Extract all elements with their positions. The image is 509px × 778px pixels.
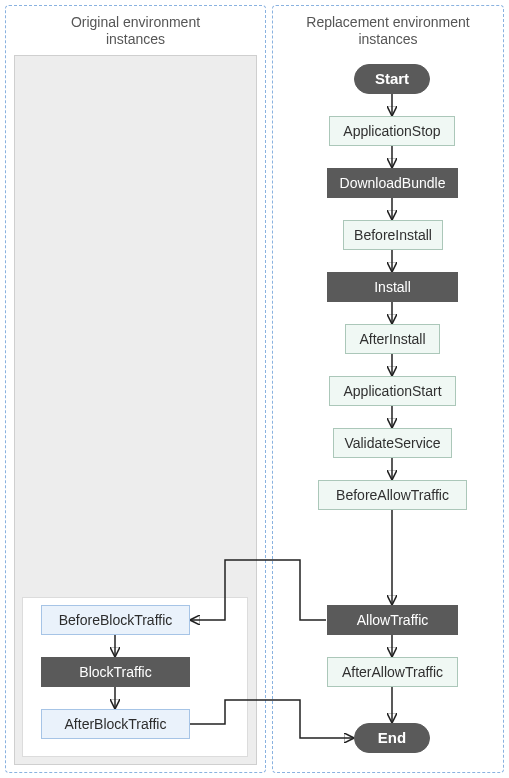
panel-replacement-title: Replacement environmentinstances (273, 6, 503, 48)
node-after-allow-traffic: AfterAllowTraffic (327, 657, 458, 687)
panel-original-title: Original environmentinstances (6, 6, 265, 48)
node-allow-traffic: AllowTraffic (327, 605, 458, 635)
node-after-install: AfterInstall (345, 324, 440, 354)
node-application-start: ApplicationStart (329, 376, 456, 406)
node-after-block-traffic: AfterBlockTraffic (41, 709, 190, 739)
node-before-install: BeforeInstall (343, 220, 443, 250)
node-install: Install (327, 272, 458, 302)
node-before-allow-traffic: BeforeAllowTraffic (318, 480, 467, 510)
node-validate-service: ValidateService (333, 428, 452, 458)
node-block-traffic: BlockTraffic (41, 657, 190, 687)
node-start: Start (354, 64, 430, 94)
node-before-block-traffic: BeforeBlockTraffic (41, 605, 190, 635)
node-application-stop: ApplicationStop (329, 116, 455, 146)
node-download-bundle: DownloadBundle (327, 168, 458, 198)
node-end: End (354, 723, 430, 753)
